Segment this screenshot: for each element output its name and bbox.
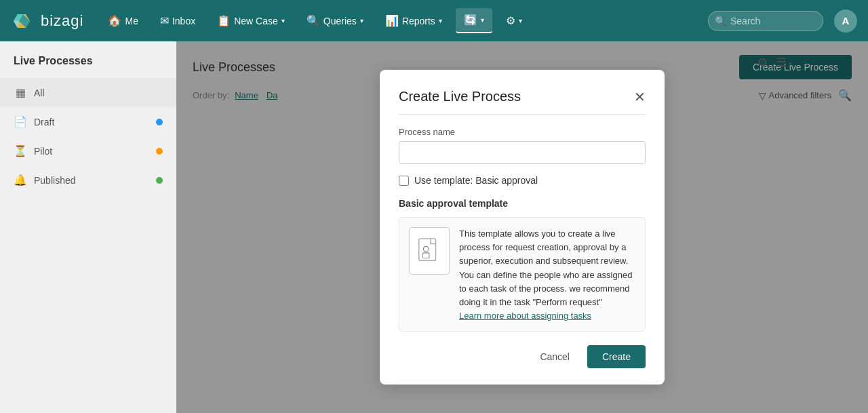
- svg-rect-4: [419, 239, 436, 260]
- nav-item-reports[interactable]: 📊 Reports ▾: [377, 9, 450, 33]
- new-case-chevron: ▾: [281, 17, 285, 24]
- sidebar-item-label-pilot: Pilot: [34, 146, 149, 157]
- sidebar-item-published[interactable]: 🔔 Published: [0, 165, 176, 195]
- queries-icon: 🔍: [307, 14, 320, 27]
- reports-icon: 📊: [385, 14, 399, 27]
- published-icon: 🔔: [14, 174, 27, 186]
- modal-close-button[interactable]: ✕: [634, 90, 646, 104]
- activity-icon: 🔄: [464, 14, 477, 26]
- nav-item-settings[interactable]: ⚙ ▾: [498, 9, 530, 33]
- process-name-group: Process name: [399, 127, 646, 164]
- pilot-dot: [156, 148, 163, 155]
- main-area: Live Processes ▦ All 📄 Draft ⏳ Pilot 🔔 P…: [0, 41, 868, 413]
- settings-chevron: ▾: [519, 17, 522, 24]
- logo[interactable]: bizagi: [11, 9, 83, 33]
- published-dot: [156, 177, 163, 184]
- modal-cancel-button[interactable]: Cancel: [529, 345, 580, 368]
- svg-point-6: [423, 246, 429, 252]
- sidebar-item-draft[interactable]: 📄 Draft: [0, 107, 176, 136]
- new-case-icon: 📋: [217, 14, 231, 27]
- inbox-icon: ✉: [160, 14, 169, 27]
- all-icon: ▦: [14, 86, 27, 99]
- modal-footer: Cancel Create: [399, 345, 646, 368]
- use-template-label[interactable]: Use template: Basic approval: [414, 175, 538, 186]
- search-icon: 🔍: [715, 16, 726, 26]
- template-card: This template allows you to create a liv…: [399, 217, 646, 332]
- avatar[interactable]: A: [834, 9, 857, 33]
- template-section: Basic approval template This template: [399, 198, 646, 332]
- sidebar-item-all[interactable]: ▦ All: [0, 78, 176, 107]
- home-icon: 🏠: [108, 14, 121, 27]
- draft-icon: 📄: [14, 115, 27, 128]
- nav-item-new-case[interactable]: 📋 New Case ▾: [209, 9, 293, 33]
- nav-item-activity[interactable]: 🔄 ▾: [456, 8, 492, 33]
- nav-item-queries[interactable]: 🔍 Queries ▾: [298, 9, 372, 33]
- nav-item-me[interactable]: 🏠 Me: [100, 9, 146, 33]
- use-template-checkbox[interactable]: [399, 176, 409, 186]
- process-name-input[interactable]: [399, 141, 646, 164]
- sidebar: Live Processes ▦ All 📄 Draft ⏳ Pilot 🔔 P…: [0, 41, 176, 413]
- settings-icon: ⚙: [506, 14, 515, 27]
- modal-header: Create Live Process ✕: [399, 89, 646, 115]
- sidebar-item-label-published: Published: [34, 175, 149, 186]
- template-checkbox-row: Use template: Basic approval: [399, 175, 646, 186]
- queries-chevron: ▾: [360, 17, 363, 24]
- sidebar-title: Live Processes: [0, 41, 176, 78]
- draft-dot: [156, 119, 163, 125]
- modal-title: Create Live Process: [399, 89, 521, 104]
- template-icon-box: [409, 227, 450, 275]
- template-learn-more-link[interactable]: Learn more about assigning tasks: [459, 311, 591, 321]
- create-live-process-modal: Create Live Process ✕ Process name Use t…: [380, 70, 665, 385]
- template-description: This template allows you to create a liv…: [459, 227, 635, 309]
- logo-icon: [11, 9, 35, 33]
- reports-chevron: ▾: [439, 17, 442, 24]
- content-area: Live Processes ⚙ ☰ Create Live Process O…: [176, 41, 868, 413]
- activity-chevron: ▾: [481, 16, 484, 24]
- svg-rect-5: [422, 253, 429, 258]
- pilot-icon: ⏳: [14, 144, 27, 157]
- process-name-label: Process name: [399, 127, 646, 137]
- template-document-icon: [417, 237, 441, 264]
- template-content: This template allows you to create a liv…: [459, 227, 635, 321]
- sidebar-item-label-draft: Draft: [34, 117, 149, 127]
- top-navigation: bizagi 🏠 Me ✉ Inbox 📋 New Case ▾ 🔍 Queri…: [0, 0, 868, 41]
- sidebar-item-pilot[interactable]: ⏳ Pilot: [0, 136, 176, 165]
- template-section-title: Basic approval template: [399, 198, 646, 209]
- modal-create-button[interactable]: Create: [587, 345, 646, 368]
- logo-text: bizagi: [41, 12, 83, 30]
- modal-overlay: Create Live Process ✕ Process name Use t…: [176, 41, 868, 413]
- sidebar-item-label-all: All: [34, 87, 163, 98]
- nav-item-inbox[interactable]: ✉ Inbox: [152, 9, 203, 33]
- search-wrapper: 🔍: [708, 11, 823, 31]
